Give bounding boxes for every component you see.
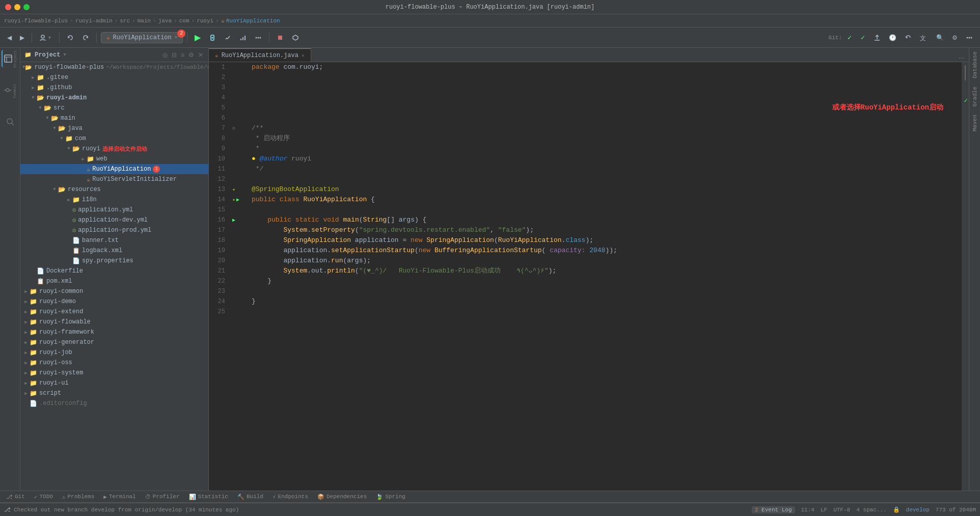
editor-tab-ruoyiapp[interactable]: ☕ RuoYiApplication.java ✕	[209, 48, 311, 62]
coverage-button[interactable]	[221, 32, 234, 43]
breadcrumb-item-2[interactable]: src	[120, 18, 130, 24]
line-ending[interactable]: LF	[821, 507, 827, 513]
tree-item-banner[interactable]: 📄 banner.txt	[20, 235, 208, 246]
bottom-tab-spring[interactable]: 🍃 Spring	[372, 492, 410, 502]
cursor-position[interactable]: 11:4	[801, 507, 814, 513]
toolbar-separator-1	[32, 33, 32, 43]
breadcrumb-item-0[interactable]: ruoyi-flowable-plus	[4, 18, 68, 24]
tree-item-demo[interactable]: ▶ 📁 ruoyi-demo	[20, 296, 208, 307]
tree-item-oss[interactable]: ▶ 📁 ruoyi-oss	[20, 358, 208, 368]
tree-item-flowable[interactable]: ▶ 📁 ruoyi-flowable	[20, 317, 208, 327]
tree-item-spy[interactable]: 📄 spy.properties	[20, 256, 208, 266]
profile-button[interactable]	[236, 32, 250, 43]
tree-item-ruoyi[interactable]: ▼ 📂 ruoyi 选择启动文件启动	[20, 144, 208, 154]
breadcrumb-item-1[interactable]: ruoyi-admin	[75, 18, 113, 24]
debug-button[interactable]	[206, 32, 219, 43]
panel-close-button[interactable]: ✕	[197, 50, 204, 60]
tree-item-appl-dev-yml[interactable]: ⚙ application-dev.yml	[20, 215, 208, 225]
tree-item-root[interactable]: ▼ 📂 ruoyi-flowable-plus ~/Workspace/Proj…	[20, 62, 208, 72]
git-check-button[interactable]: ✓	[844, 32, 855, 43]
tree-item-src[interactable]: ▼ 📂 src	[20, 103, 208, 113]
tree-item-logback[interactable]: 📋 logback.xml	[20, 246, 208, 256]
scrollbar-area[interactable]: ✓	[962, 62, 969, 491]
search-toolbar-button[interactable]: 🔍	[933, 32, 947, 43]
tree-item-framework[interactable]: ▶ 📁 ruoyi-framework	[20, 327, 208, 337]
git-update-button[interactable]	[902, 32, 915, 43]
redo-button[interactable]	[79, 32, 92, 43]
breadcrumb-item-3[interactable]: main	[138, 18, 151, 24]
tree-item-job[interactable]: ▶ 📁 ruoyi-job	[20, 347, 208, 358]
collapse-all-button[interactable]: ⊟	[171, 50, 178, 60]
bottom-tab-profiler[interactable]: ⏱ Profiler	[141, 492, 184, 502]
tree-item-i18n[interactable]: ▶ 📁 i18n	[20, 195, 208, 205]
tree-item-editorconfig[interactable]: 📄 .editorconfig	[20, 398, 208, 409]
breadcrumb-item-5[interactable]: com	[179, 18, 189, 24]
tree-item-extend[interactable]: ▶ 📁 ruoyi-extend	[20, 307, 208, 317]
memory-info[interactable]: 773 of 2048M	[936, 507, 976, 513]
tree-item-servlet[interactable]: ☕ RuoYiServletInitializer	[20, 174, 208, 184]
forward-button[interactable]: ▶	[17, 32, 28, 43]
bottom-tab-git[interactable]: ⎇ Git	[2, 492, 29, 502]
maven-icon[interactable]: Maven	[970, 109, 979, 133]
tree-item-ruoyiapp[interactable]: ☕ RuoYiApplication 1	[20, 164, 208, 174]
encoding[interactable]: UTF-8	[833, 507, 850, 513]
activity-commit[interactable]: Commit	[2, 82, 19, 99]
tree-item-appl-yml[interactable]: ⚙ application.yml	[20, 205, 208, 215]
bottom-tab-problems[interactable]: ⚠ Problems	[58, 492, 98, 502]
activity-project[interactable]: Project	[2, 50, 19, 67]
run-config-dropdown[interactable]: ☕ RuoYiApplication ▼ 2	[101, 32, 183, 43]
bottom-tab-build[interactable]: 🔨 Build	[233, 492, 267, 502]
git-push-button[interactable]	[870, 32, 884, 43]
tree-item-com[interactable]: ▼ 📁 com	[20, 133, 208, 144]
tree-item-java[interactable]: ▼ 📂 java	[20, 123, 208, 133]
tree-item-script[interactable]: ▶ 📁 script	[20, 388, 208, 398]
bottom-tab-endpoints[interactable]: ⚡ Endpoints	[268, 492, 312, 502]
close-button[interactable]	[5, 4, 11, 10]
editor-settings-button[interactable]: ⋯	[955, 55, 969, 62]
gradle-icon[interactable]: Gradle	[970, 81, 979, 108]
undo-button[interactable]	[64, 32, 77, 43]
avatar-button[interactable]: ▼	[36, 32, 55, 43]
run-button[interactable]: ▶	[192, 31, 204, 44]
bottom-tab-terminal[interactable]: ▶ Terminal	[99, 492, 140, 502]
activity-search[interactable]	[2, 113, 19, 130]
tab-close-button[interactable]: ✕	[302, 52, 305, 59]
panel-gear-button[interactable]: ⚙	[187, 50, 195, 60]
tree-item-common[interactable]: ▶ 📁 ruoyi-common	[20, 286, 208, 296]
bottom-tab-statistic[interactable]: 📊 Statistic	[185, 492, 232, 502]
tree-item-resources[interactable]: ▼ 📂 resources	[20, 184, 208, 195]
stop-button[interactable]	[274, 32, 287, 43]
minimize-button[interactable]	[14, 4, 20, 10]
event-log-badge[interactable]: 2 Event Log	[752, 506, 795, 513]
tree-item-web[interactable]: ▶ 📁 web	[20, 154, 208, 164]
back-button[interactable]: ◀	[4, 32, 15, 43]
breadcrumb-item-6[interactable]: ruoyi	[197, 18, 213, 24]
panel-settings-button[interactable]: ≡	[180, 50, 185, 60]
tree-item-ruoyi-admin[interactable]: ▼ 📂 ruoyi-admin	[20, 93, 208, 103]
build-button[interactable]	[289, 32, 302, 43]
locate-file-button[interactable]: ◎	[161, 50, 169, 60]
tree-item-github[interactable]: ▶ 📁 .github	[20, 83, 208, 93]
git-check2-button[interactable]: ✓	[857, 32, 868, 43]
tree-item-ui[interactable]: ▶ 📁 ruoyi-ui	[20, 378, 208, 388]
settings-button[interactable]: ⚙	[949, 32, 961, 43]
maximize-button[interactable]	[23, 4, 30, 10]
more-toolbar-button[interactable]	[963, 32, 976, 43]
more-run-button[interactable]	[252, 32, 265, 43]
tree-item-appl-prod-yml[interactable]: ⚙ application-prod.yml	[20, 225, 208, 235]
tree-item-gitee[interactable]: ▶ 📁 .gitee	[20, 72, 208, 83]
git-clock-button[interactable]: 🕐	[886, 32, 900, 43]
tree-item-system[interactable]: ▶ 📁 ruoyi-system	[20, 368, 208, 378]
bottom-tab-todo[interactable]: ✓ TODO	[30, 492, 57, 502]
database-icon[interactable]: Database	[970, 50, 979, 80]
bottom-tab-dependencies[interactable]: 📦 Dependencies	[313, 492, 371, 502]
breadcrumb-item-4[interactable]: java	[158, 18, 172, 24]
tree-item-dockerfile[interactable]: 📄 Dockerfile	[20, 266, 208, 276]
code-area[interactable]: package com.ruoyi; /** * 启动程序 *	[248, 62, 962, 491]
branch-name[interactable]: develop	[906, 507, 930, 513]
tree-item-main[interactable]: ▼ 📂 main	[20, 113, 208, 123]
indent-info[interactable]: 4 spac...	[856, 507, 886, 513]
tree-item-pom[interactable]: 📋 pom.xml	[20, 276, 208, 286]
translate-button[interactable]: 文	[917, 32, 931, 44]
tree-item-generator[interactable]: ▶ 📁 ruoyi-generator	[20, 337, 208, 347]
